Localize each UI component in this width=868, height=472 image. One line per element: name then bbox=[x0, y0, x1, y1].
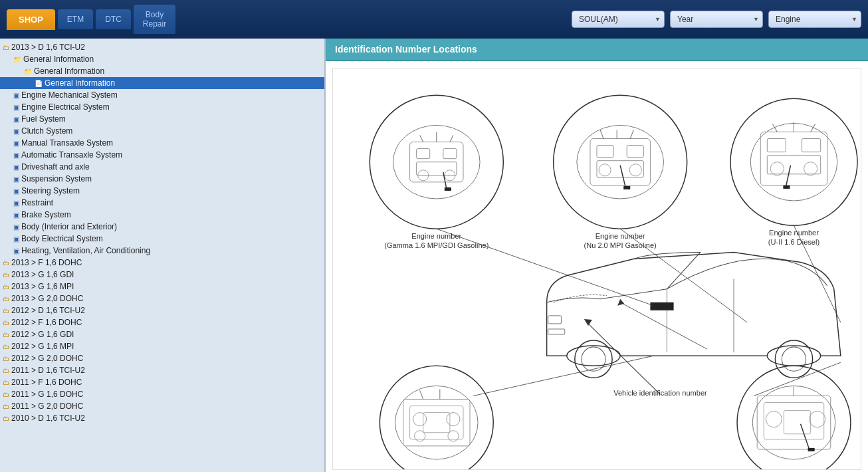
tree-item-d1_rest[interactable]: ▣Restraint bbox=[0, 197, 324, 209]
tree-item-g5[interactable]: 🗀2012 > G 1,6 MPI bbox=[0, 340, 324, 352]
tree-item-d1_ats[interactable]: ▣Automatic Transaxle System bbox=[0, 149, 324, 161]
svg-rect-0 bbox=[333, 68, 861, 469]
folder-icon: 🗀 bbox=[3, 319, 9, 326]
tree-item-label: 2012 > G 1,6 GDI bbox=[11, 330, 74, 339]
tree-item-label: Engine Mechanical System bbox=[21, 90, 118, 100]
content-title: Identification Number Locations bbox=[326, 39, 868, 61]
folder-icon: 🗀 bbox=[3, 259, 9, 267]
tree-item-d1_mts[interactable]: ▣Manual Transaxle System bbox=[0, 137, 324, 149]
tree-item-label: 2012 > G 1,6 MPI bbox=[11, 342, 74, 351]
tree-item-d1_gi[interactable]: 📁General Information bbox=[0, 53, 324, 65]
folder-icon: 🗀 bbox=[3, 307, 9, 314]
tree-item-d1_gi_gi[interactable]: 📁General Information bbox=[0, 65, 324, 77]
year-select-wrapper: Year bbox=[670, 11, 763, 28]
tree-item-d1_cs[interactable]: ▣Clutch System bbox=[0, 125, 324, 137]
tree-item-label: Fuel System bbox=[21, 114, 66, 124]
svg-text:Engine number: Engine number bbox=[769, 229, 819, 237]
tree-item-g8[interactable]: 🗀2011 > G 2,0 DOHC bbox=[0, 400, 324, 412]
tree-item-label: 2011 > F 1,6 DOHC bbox=[11, 378, 82, 387]
tree-item-d1_ss[interactable]: ▣Suspension System bbox=[0, 173, 324, 185]
tree-item-label: 2012 > G 2,0 DOHC bbox=[11, 354, 83, 363]
item-icon: ▣ bbox=[13, 199, 19, 207]
tree-item-d3[interactable]: 🗀2011 > D 1,6 TCI-U2 bbox=[0, 364, 324, 376]
engine-select-wrapper: Engine bbox=[768, 11, 861, 28]
folder-icon: 🗀 bbox=[3, 44, 9, 51]
tree-item-d1_bie[interactable]: ▣Body (Interior and Exterior) bbox=[0, 221, 324, 233]
tree-item-d1_steer[interactable]: ▣Steering System bbox=[0, 185, 324, 197]
model-select[interactable]: SOUL(AM) bbox=[572, 11, 665, 28]
model-select-wrapper: SOUL(AM) bbox=[572, 11, 665, 28]
tree-item-g4[interactable]: 🗀2012 > G 1,6 GDI bbox=[0, 328, 324, 340]
svg-rect-83 bbox=[808, 448, 815, 451]
tree-item-label: 2013 > F 1,6 DOHC bbox=[11, 258, 82, 267]
tree-item-label: 2013 > G 1,6 GDI bbox=[11, 270, 74, 279]
tree-item-d1_hvac[interactable]: ▣Heating, Ventilation, Air Conditioning bbox=[0, 245, 324, 257]
tab-shop[interactable]: SHOP bbox=[7, 9, 55, 30]
right-panel[interactable]: Identification Number Locations bbox=[326, 39, 868, 472]
tree-item-d1_bs[interactable]: ▣Brake System bbox=[0, 209, 324, 221]
tree-item-label: Brake System bbox=[21, 210, 71, 219]
tree-item-label: 2011 > D 1,6 TCI-U2 bbox=[11, 366, 85, 375]
tree-item-label: Automatic Transaxle System bbox=[21, 150, 122, 160]
folder-icon: 🗀 bbox=[3, 331, 9, 338]
svg-text:(U-II 1.6 Diesel): (U-II 1.6 Diesel) bbox=[768, 238, 819, 246]
tree-item-d4[interactable]: 🗀2010 > D 1,6 TCI-U2 bbox=[0, 412, 324, 424]
engine-select[interactable]: Engine bbox=[768, 11, 861, 28]
tree-container[interactable]: 🗀2013 > D 1,6 TCI-U2📁General Information… bbox=[0, 39, 324, 472]
tree-item-label: General Information bbox=[45, 78, 115, 88]
tree-item-g7[interactable]: 🗀2011 > G 1,6 DOHC bbox=[0, 388, 324, 400]
tree-item-label: General Information bbox=[34, 66, 104, 76]
folder-icon: 🗀 bbox=[3, 343, 9, 350]
tree-item-f2[interactable]: 🗀2012 > F 1,6 DOHC bbox=[0, 316, 324, 328]
tab-dtc[interactable]: DTC bbox=[96, 9, 131, 29]
content-body: Engine number (Gamma 1.6 MPI/GDI Gasolin… bbox=[326, 61, 868, 472]
tree-item-g3[interactable]: 🗀2013 > G 2,0 DOHC bbox=[0, 293, 324, 304]
tree-item-d1_ees[interactable]: ▣Engine Electrical System bbox=[0, 101, 324, 113]
tree-item-label: Steering System bbox=[21, 186, 80, 195]
tab-etm[interactable]: ETM bbox=[58, 9, 93, 29]
tree-item-g2[interactable]: 🗀2013 > G 1,6 MPI bbox=[0, 281, 324, 293]
tree-item-label: Heating, Ventilation, Air Conditioning bbox=[21, 246, 150, 255]
tree-item-label: 2011 > G 1,6 DOHC bbox=[11, 390, 83, 399]
tree-item-label: 2012 > D 1,6 TCI-U2 bbox=[11, 306, 85, 315]
year-select[interactable]: Year bbox=[670, 11, 763, 28]
tree-item-d1_gi_gi_gi[interactable]: 📄General Information bbox=[0, 77, 324, 89]
tree-item-d2[interactable]: 🗀2012 > D 1,6 TCI-U2 bbox=[0, 304, 324, 316]
tree-item-f3[interactable]: 🗀2011 > F 1,6 DOHC bbox=[0, 376, 324, 388]
svg-text:(Nu 2.0 MPI Gasoline): (Nu 2.0 MPI Gasoline) bbox=[584, 241, 657, 249]
folder-icon: 🗀 bbox=[3, 271, 9, 279]
diagram-svg: Engine number (Gamma 1.6 MPI/GDI Gasolin… bbox=[332, 68, 861, 470]
tree-item-label: 2011 > G 2,0 DOHC bbox=[11, 402, 83, 411]
svg-rect-13 bbox=[445, 187, 451, 191]
tree-item-d1[interactable]: 🗀2013 > D 1,6 TCI-U2 bbox=[0, 41, 324, 53]
tree-item-label: 2013 > G 1,6 MPI bbox=[11, 282, 74, 291]
tree-item-g1[interactable]: 🗀2013 > G 1,6 GDI bbox=[0, 269, 324, 281]
item-icon: ▣ bbox=[13, 235, 19, 243]
tree-item-label: 2013 > D 1,6 TCI-U2 bbox=[11, 43, 85, 52]
tree-item-label: Restraint bbox=[21, 198, 53, 207]
item-icon: ▣ bbox=[13, 152, 19, 159]
tree-item-d1_fs[interactable]: ▣Fuel System bbox=[0, 113, 324, 125]
item-icon: ▣ bbox=[13, 187, 19, 195]
tree-item-label: 2012 > F 1,6 DOHC bbox=[11, 318, 82, 327]
tree-item-f1[interactable]: 🗀2013 > F 1,6 DOHC bbox=[0, 257, 324, 269]
folder-icon: 🗀 bbox=[3, 295, 9, 302]
tree-item-d1_da[interactable]: ▣Driveshaft and axle bbox=[0, 161, 324, 173]
svg-rect-39 bbox=[783, 185, 790, 189]
page-icon: 📄 bbox=[35, 80, 43, 87]
svg-text:Engine number: Engine number bbox=[596, 232, 645, 240]
tree-item-label: Clutch System bbox=[21, 126, 72, 136]
tree-item-d1_bes[interactable]: ▣Body Electrical System bbox=[0, 233, 324, 245]
tab-bodyrepair[interactable]: Body Repair bbox=[134, 5, 175, 35]
item-icon: ▣ bbox=[13, 92, 19, 99]
folder-icon: 🗀 bbox=[3, 367, 9, 374]
svg-rect-56 bbox=[650, 302, 673, 310]
item-icon: ▣ bbox=[13, 128, 19, 135]
item-icon: ▣ bbox=[13, 176, 19, 183]
folder-icon: 🗀 bbox=[3, 415, 9, 422]
tree-item-d1_ems[interactable]: ▣Engine Mechanical System bbox=[0, 89, 324, 101]
folder-icon: 🗀 bbox=[3, 403, 9, 410]
folder-icon: 📁 bbox=[24, 68, 32, 75]
tree-item-label: 2010 > D 1,6 TCI-U2 bbox=[11, 413, 85, 423]
tree-item-g6[interactable]: 🗀2012 > G 2,0 DOHC bbox=[0, 352, 324, 364]
